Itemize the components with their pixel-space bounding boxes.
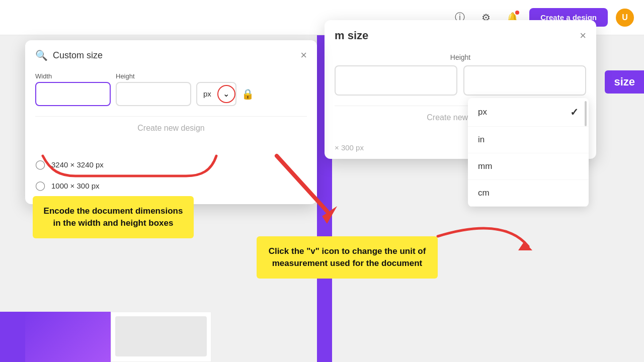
height-input[interactable] <box>116 82 191 106</box>
chevron-down-icon: ⌄ <box>223 89 229 99</box>
unit-dropdown-trigger[interactable]: ⌄ <box>217 85 235 103</box>
clock-icon: ◯ <box>35 159 45 170</box>
dialog-left-header: 🔍 × <box>25 40 317 67</box>
right-height-label: Height <box>335 53 586 61</box>
tooltip-right-text: Click the "v" icon to change the unit of… <box>269 246 426 268</box>
unit-selector: px ⌄ <box>196 82 236 106</box>
search-icon: 🔍 <box>35 49 48 61</box>
width-label: Width <box>35 72 111 80</box>
tooltip-left: Encode the document dimensions in the wi… <box>33 196 194 238</box>
tooltip-left-text: Encode the document dimensions in the wi… <box>44 206 183 228</box>
dialog-left-body: Width Height px ⌄ 🔒 Create new design <box>25 67 317 150</box>
thumb-purple-template[interactable] <box>25 312 111 362</box>
checkmark-icon: ✓ <box>570 106 579 118</box>
unit-option-cm-label: cm <box>478 188 490 198</box>
unit-dropdown: px ✓ in mm cm <box>468 98 589 207</box>
right-inputs-row <box>335 65 586 96</box>
dialog-right-title: m size <box>335 29 368 42</box>
dialog-left: 🔍 × Width Height px ⌄ 🔒 Create new desig… <box>25 40 317 204</box>
thumb-label <box>65 334 71 340</box>
unit-label: px <box>197 89 217 98</box>
notification-dot <box>515 11 519 15</box>
lock-icon[interactable]: 🔒 <box>242 88 254 100</box>
dimension-row: Width Height px ⌄ 🔒 <box>35 72 307 106</box>
list-item[interactable]: ◯ 3240 × 3240 px <box>35 154 307 175</box>
scroll-thumb <box>585 101 587 126</box>
custom-size-title-input[interactable] <box>53 50 295 61</box>
right-height-input[interactable] <box>463 65 586 96</box>
unit-option-px[interactable]: px ✓ <box>468 98 589 127</box>
height-label: Height <box>116 72 191 80</box>
unit-option-mm[interactable]: mm <box>468 153 589 180</box>
unit-option-px-label: px <box>478 107 487 117</box>
size-label: size <box>605 70 644 94</box>
right-width-input[interactable] <box>335 65 457 96</box>
list-item[interactable]: ◯ 1000 × 300 px <box>35 175 307 196</box>
create-new-design-button[interactable]: Create new design <box>35 116 307 140</box>
thumb-card-template[interactable] <box>111 312 211 362</box>
bottom-thumbnails <box>0 312 644 362</box>
recent-size-1: 3240 × 3240 px <box>51 160 104 169</box>
unit-option-mm-label: mm <box>478 161 492 171</box>
clock-icon: ◯ <box>35 180 45 191</box>
unit-option-in-label: in <box>478 135 485 145</box>
dialog-left-close-button[interactable]: × <box>300 50 307 61</box>
svg-marker-2 <box>518 241 532 250</box>
avatar[interactable]: U <box>616 9 634 27</box>
scrollbar[interactable] <box>584 98 587 207</box>
unit-option-in[interactable]: in <box>468 127 589 153</box>
dialog-right-close-button[interactable]: × <box>580 30 586 41</box>
height-group: Height <box>116 72 191 106</box>
thumb-card-preview <box>115 316 207 356</box>
unit-option-cm[interactable]: cm <box>468 180 589 207</box>
thumb-purple-bar <box>0 312 25 362</box>
tooltip-right: Click the "v" icon to change the unit of… <box>257 236 438 279</box>
dialog-right-header: m size × <box>325 20 596 48</box>
recent-size-2: 1000 × 300 px <box>51 182 100 190</box>
width-input[interactable] <box>35 82 111 106</box>
width-group: Width <box>35 72 111 106</box>
